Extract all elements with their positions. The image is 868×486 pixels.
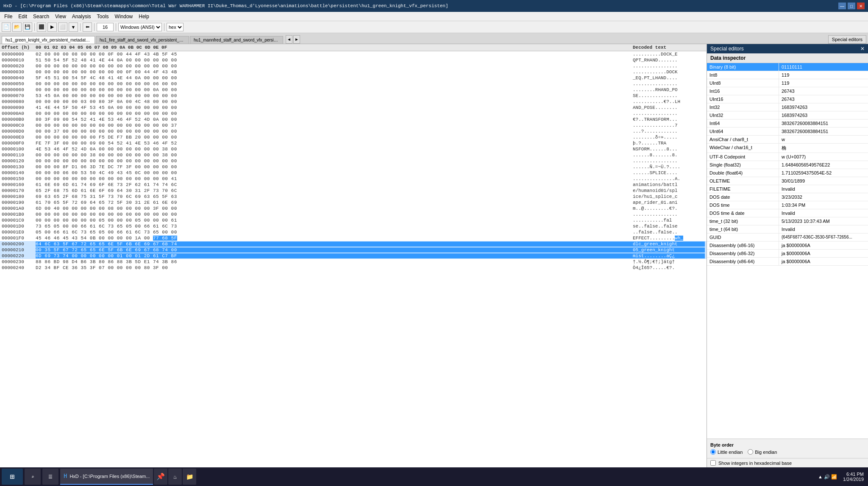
titlebar: HxD - [C:\Program Files (x86)\Steam\stea… [0,0,868,12]
hex-row-23: 0000017065 2F 68 75 6D 61 6E 6F 69 64 30… [0,188,707,194]
hex-row-6: 0000006000 00 00 00 00 00 00 00 00 00 00… [0,87,707,93]
hex-integers-checkbox[interactable] [710,460,716,466]
hex-row-17: 0000011000 00 00 00 00 00 38 00 00 00 00… [0,152,707,158]
new-button[interactable]: 📄 [2,22,11,32]
hex-row-33: 0000021000 35 5F 67 72 65 65 6E 5F 6B 6E… [0,247,707,253]
data-inspector-header: Data inspector [707,53,868,63]
hex-integers-label[interactable]: Show integers in hexadecimal base [718,461,792,466]
little-endian-label[interactable]: Little endian [710,449,743,455]
taskbar-clock[interactable]: 6:41 PM 1/24/2019 [840,472,866,482]
taskbar-apps: H HxD - [C:\Program Files (x86)\Steam...… [60,469,815,485]
hex-row-36: 00000240D2 34 BF CE 36 35 3F 07 00 00 00… [0,265,707,271]
di-row-binary: Binary (8 bit) 01110111 [707,63,868,71]
menu-window[interactable]: Window [112,13,136,20]
di-row-ansichar: AnsiChar / char8_t w [707,136,868,144]
save-button[interactable]: 💾 [23,22,32,32]
hex-row-18: 0000012000 00 00 00 00 00 00 00 00 00 00… [0,158,707,164]
tabbar: hu1_green_knight_vfx_persistent_metadata… [0,33,868,44]
tool-btn-2[interactable]: ▶ [47,22,57,32]
menu-help[interactable]: Help [136,13,152,20]
data-inspector: Data inspector Binary (8 bit) 01110111 I… [707,53,868,439]
special-editors-header: Special editors ✕ [707,44,868,53]
header-bytes: 00 01 02 03 04 05 06 07 08 09 0A 0B 0C 0… [36,45,633,50]
special-editors-tab[interactable]: Special editors [828,35,866,44]
radio-row: Little endian Big endian [710,449,865,455]
open-button[interactable]: 📂 [12,22,22,32]
hex-row-34: 000002206D 69 73 74 00 00 00 00 00 01 00… [0,253,707,259]
stop-button[interactable]: ⬛ [37,22,46,32]
hex-row-13: 000000D000 00 37 00 00 00 00 00 00 00 00… [0,128,707,134]
hex-row-31: 000001F045 46 46 45 43 54 0B 00 00 00 00… [0,235,707,241]
di-row-uint16: UInt16 26743 [707,95,868,103]
window-controls: — □ ✕ [838,3,865,9]
toolbar: 📄 📂 💾 ⬛ ▶ ⬜ ▼ ⬅ Windows (ANSI) hex [0,21,868,33]
byte-order-label: Byte order [710,442,865,447]
big-endian-label[interactable]: Big endian [748,449,777,455]
encoding-select[interactable]: Windows (ANSI) [118,23,162,31]
hex-row-0: 0000000002 00 00 00 08 00 00 00 0F 00 44… [0,51,707,57]
minimize-button[interactable]: — [838,3,846,9]
tab-next-button[interactable]: ▶ [293,35,300,44]
di-row-uint32: UInt32 1683974263 [707,111,868,119]
taskbar-task-button[interactable]: ☰ [42,469,58,485]
sys-tray-icons: ▲ 🔊 📶 [816,474,839,480]
di-row-timet32: time_t (32 bit) 5/13/2023 10:37:43 AM [707,217,868,225]
di-row-timet64: time_t (64 bit) Invalid [707,225,868,233]
hex-row-21: 0000015000 00 00 00 00 00 00 00 00 00 00… [0,176,707,182]
hex-row-19: 0000013000 00 00 8F D1 06 3D 7E DC 7F 3F… [0,164,707,170]
column-width-input[interactable] [97,23,114,31]
tool-btn-4[interactable]: ▼ [69,22,78,32]
taskbar: ⊞ ⌕ ☰ H HxD - [C:\Program Files (x86)\St… [0,467,868,486]
search-icon: ⌕ [31,474,34,480]
menu-analysis[interactable]: Analysis [70,13,94,20]
taskbar-search-button[interactable]: ⌕ [25,469,41,485]
tab-0[interactable]: hu1_green_knight_vfx_persistent_metadata… [2,36,95,44]
menu-search[interactable]: Search [31,13,52,20]
hex-row-7: 0000007053 45 0A 00 00 00 00 00 00 00 00… [0,93,707,99]
hex-content[interactable]: 0000000002 00 00 00 08 00 00 00 0F 00 44… [0,51,707,467]
taskbar-sys-tray: ▲ 🔊 📶 [816,474,839,480]
tool-btn-3[interactable]: ⬜ [58,22,67,32]
close-button[interactable]: ✕ [857,3,865,9]
taskbar-hxd-app[interactable]: H HxD - [C:\Program Files (x86)\Steam... [60,469,153,485]
big-endian-radio[interactable] [748,449,753,455]
menubar: File Edit Search View Analysis Tools Win… [0,12,868,21]
special-editors-label: Special editors [710,46,744,52]
start-button[interactable]: ⊞ [2,469,23,485]
pin-icon: 📌 [156,472,165,481]
hex-row-8: 0000008000 00 00 00 00 03 00 80 3F 0A 00… [0,99,707,105]
start-icon: ⊞ [10,472,15,481]
menu-view[interactable]: View [53,13,69,20]
hex-row-3: 0000003000 00 00 00 00 00 00 00 00 00 0F… [0,69,707,75]
special-editors-close[interactable]: ✕ [860,46,865,52]
tool-btn-5[interactable]: ⬅ [83,22,92,32]
menu-edit[interactable]: Edit [16,13,30,20]
hex-row-26: 000001A06D 00 40 00 00 00 00 00 08 00 00… [0,206,707,211]
di-row-dos-time: DOS time 1:03:34 PM [707,201,868,209]
toolbar-sep-1 [34,23,35,31]
taskbar-steam-btn[interactable]: ♨ [168,469,182,485]
taskbar-pin-btn[interactable]: 📌 [154,469,167,485]
main-area: Offset (h) 00 01 02 03 04 05 06 07 08 09… [0,44,868,467]
hex-row-9: 0000009041 4E 44 5F 50 4F 53 45 0A 00 00… [0,105,707,111]
tab-2[interactable]: hu1_mannfred_staff_and_sword_vfx_persist… [190,36,283,44]
tab-1[interactable]: hu1_fire_staff_and_sword_vfx_persistent_… [96,36,189,44]
app-icon: H [64,473,67,480]
view-select[interactable]: hex [167,23,184,31]
hex-row-4: 000000405F 45 51 00 54 5F 4C 48 41 4E 44… [0,75,707,81]
hex-integers: Show integers in hexadecimal base [707,458,868,467]
hex-row-14: 000000E000 00 00 00 00 00 00 F5 DE F7 BB… [0,134,707,140]
little-endian-radio[interactable] [710,449,716,455]
di-row-disasm-x86-16: Disassembly (x86-16) ja $0000006A [707,242,868,250]
hex-row-32: 0000020064 6C 63 5F 67 72 65 65 6E 5F 6B… [0,241,707,247]
taskbar-fe-btn[interactable]: 📁 [183,469,196,485]
toolbar-sep-3 [94,23,95,31]
maximize-button[interactable]: □ [848,3,855,9]
di-row-int64: Int64 383267260083884151 [707,119,868,128]
hex-row-5: 0000005000 00 00 00 00 00 00 00 00 00 00… [0,81,707,87]
menu-tools[interactable]: Tools [95,13,111,20]
hex-row-27: 000001B000 00 00 00 00 00 00 00 00 00 00… [0,211,707,217]
menu-file[interactable]: File [2,13,15,20]
di-row-int32: Int32 1683974263 [707,103,868,111]
tab-prev-button[interactable]: ◀ [286,35,292,44]
